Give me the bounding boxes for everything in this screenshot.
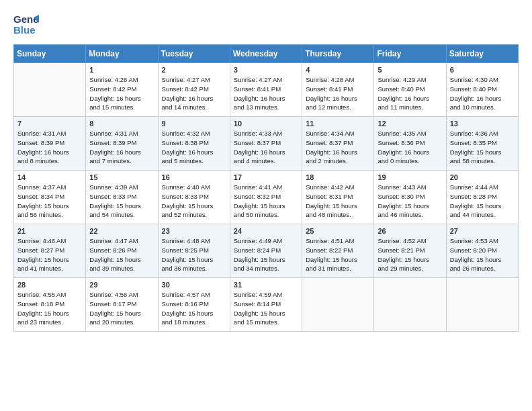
day-cell-24: 24Sunrise: 4:49 AM Sunset: 8:24 PM Dayli… — [230, 224, 302, 278]
day-info: Sunrise: 4:57 AM Sunset: 8:16 PM Dayligh… — [162, 290, 226, 327]
day-info: Sunrise: 4:27 AM Sunset: 8:42 PM Dayligh… — [162, 75, 226, 112]
day-number: 12 — [378, 120, 442, 128]
weekday-header-monday: Monday — [86, 45, 158, 63]
day-cell-11: 11Sunrise: 4:34 AM Sunset: 8:37 PM Dayli… — [302, 117, 374, 171]
calendar-table: SundayMondayTuesdayWednesdayThursdayFrid… — [13, 44, 519, 332]
svg-text:General: General — [13, 13, 39, 25]
day-number: 14 — [17, 173, 82, 181]
empty-cell — [446, 278, 518, 332]
weekday-header-tuesday: Tuesday — [158, 45, 230, 63]
day-cell-29: 29Sunrise: 4:56 AM Sunset: 8:17 PM Dayli… — [86, 278, 158, 332]
day-cell-23: 23Sunrise: 4:48 AM Sunset: 8:25 PM Dayli… — [158, 224, 230, 278]
day-info: Sunrise: 4:27 AM Sunset: 8:41 PM Dayligh… — [234, 75, 298, 112]
day-info: Sunrise: 4:40 AM Sunset: 8:33 PM Dayligh… — [162, 183, 226, 220]
day-number: 22 — [89, 227, 154, 235]
day-cell-26: 26Sunrise: 4:52 AM Sunset: 8:21 PM Dayli… — [374, 224, 446, 278]
day-info: Sunrise: 4:42 AM Sunset: 8:31 PM Dayligh… — [306, 183, 370, 220]
day-number: 20 — [450, 173, 515, 181]
day-info: Sunrise: 4:51 AM Sunset: 8:22 PM Dayligh… — [306, 236, 370, 273]
day-number: 15 — [89, 173, 154, 181]
day-info: Sunrise: 4:28 AM Sunset: 8:41 PM Dayligh… — [306, 75, 370, 112]
day-number: 17 — [234, 173, 298, 181]
day-info: Sunrise: 4:33 AM Sunset: 8:37 PM Dayligh… — [234, 129, 298, 166]
day-number: 9 — [162, 120, 226, 128]
day-info: Sunrise: 4:49 AM Sunset: 8:24 PM Dayligh… — [234, 236, 298, 273]
day-info: Sunrise: 4:56 AM Sunset: 8:17 PM Dayligh… — [89, 290, 154, 327]
logo-icon: General Blue — [13, 11, 39, 36]
empty-cell — [302, 278, 374, 332]
day-info: Sunrise: 4:43 AM Sunset: 8:30 PM Dayligh… — [378, 183, 442, 220]
day-info: Sunrise: 4:35 AM Sunset: 8:36 PM Dayligh… — [378, 129, 442, 166]
week-row-1: 1Sunrise: 4:26 AM Sunset: 8:42 PM Daylig… — [14, 63, 519, 117]
day-info: Sunrise: 4:29 AM Sunset: 8:40 PM Dayligh… — [378, 75, 442, 112]
day-info: Sunrise: 4:53 AM Sunset: 8:20 PM Dayligh… — [450, 236, 515, 273]
day-info: Sunrise: 4:55 AM Sunset: 8:18 PM Dayligh… — [17, 290, 82, 327]
page-header: General Blue — [13, 11, 519, 39]
week-row-2: 7Sunrise: 4:31 AM Sunset: 8:39 PM Daylig… — [14, 117, 519, 171]
day-cell-21: 21Sunrise: 4:46 AM Sunset: 8:27 PM Dayli… — [14, 224, 86, 278]
day-info: Sunrise: 4:37 AM Sunset: 8:34 PM Dayligh… — [17, 183, 82, 220]
day-number: 31 — [234, 281, 298, 289]
weekday-header-thursday: Thursday — [302, 45, 374, 63]
day-number: 28 — [17, 281, 82, 289]
day-number: 8 — [89, 120, 154, 128]
day-number: 3 — [234, 66, 298, 74]
day-info: Sunrise: 4:36 AM Sunset: 8:35 PM Dayligh… — [450, 129, 515, 166]
day-number: 25 — [306, 227, 370, 235]
day-info: Sunrise: 4:32 AM Sunset: 8:38 PM Dayligh… — [162, 129, 226, 166]
day-cell-8: 8Sunrise: 4:31 AM Sunset: 8:39 PM Daylig… — [86, 117, 158, 171]
week-row-4: 21Sunrise: 4:46 AM Sunset: 8:27 PM Dayli… — [14, 224, 519, 278]
day-info: Sunrise: 4:52 AM Sunset: 8:21 PM Dayligh… — [378, 236, 442, 273]
day-cell-31: 31Sunrise: 4:59 AM Sunset: 8:14 PM Dayli… — [230, 278, 302, 332]
day-cell-7: 7Sunrise: 4:31 AM Sunset: 8:39 PM Daylig… — [14, 117, 86, 171]
day-info: Sunrise: 4:31 AM Sunset: 8:39 PM Dayligh… — [17, 129, 82, 166]
day-number: 30 — [162, 281, 226, 289]
day-cell-17: 17Sunrise: 4:41 AM Sunset: 8:32 PM Dayli… — [230, 171, 302, 224]
day-number: 18 — [306, 173, 370, 181]
day-cell-28: 28Sunrise: 4:55 AM Sunset: 8:18 PM Dayli… — [14, 278, 86, 332]
day-number: 13 — [450, 120, 515, 128]
day-cell-6: 6Sunrise: 4:30 AM Sunset: 8:40 PM Daylig… — [446, 63, 518, 117]
day-number: 27 — [450, 227, 515, 235]
day-info: Sunrise: 4:47 AM Sunset: 8:26 PM Dayligh… — [89, 236, 154, 273]
day-cell-30: 30Sunrise: 4:57 AM Sunset: 8:16 PM Dayli… — [158, 278, 230, 332]
day-cell-5: 5Sunrise: 4:29 AM Sunset: 8:40 PM Daylig… — [374, 63, 446, 117]
day-number: 5 — [378, 66, 442, 74]
day-number: 24 — [234, 227, 298, 235]
day-cell-12: 12Sunrise: 4:35 AM Sunset: 8:36 PM Dayli… — [374, 117, 446, 171]
day-cell-4: 4Sunrise: 4:28 AM Sunset: 8:41 PM Daylig… — [302, 63, 374, 117]
day-info: Sunrise: 4:34 AM Sunset: 8:37 PM Dayligh… — [306, 129, 370, 166]
day-number: 7 — [17, 120, 82, 128]
day-info: Sunrise: 4:26 AM Sunset: 8:42 PM Dayligh… — [89, 75, 154, 112]
weekday-header-friday: Friday — [374, 45, 446, 63]
day-info: Sunrise: 4:59 AM Sunset: 8:14 PM Dayligh… — [234, 290, 298, 327]
empty-cell — [14, 63, 86, 117]
day-info: Sunrise: 4:39 AM Sunset: 8:33 PM Dayligh… — [89, 183, 154, 220]
day-cell-27: 27Sunrise: 4:53 AM Sunset: 8:20 PM Dayli… — [446, 224, 518, 278]
day-number: 21 — [17, 227, 82, 235]
day-number: 4 — [306, 66, 370, 74]
day-number: 2 — [162, 66, 226, 74]
weekday-header-wednesday: Wednesday — [230, 45, 302, 63]
day-number: 11 — [306, 120, 370, 128]
day-cell-18: 18Sunrise: 4:42 AM Sunset: 8:31 PM Dayli… — [302, 171, 374, 224]
day-cell-9: 9Sunrise: 4:32 AM Sunset: 8:38 PM Daylig… — [158, 117, 230, 171]
day-cell-15: 15Sunrise: 4:39 AM Sunset: 8:33 PM Dayli… — [86, 171, 158, 224]
weekday-header-saturday: Saturday — [446, 45, 518, 63]
week-row-3: 14Sunrise: 4:37 AM Sunset: 8:34 PM Dayli… — [14, 171, 519, 224]
day-number: 19 — [378, 173, 442, 181]
day-cell-2: 2Sunrise: 4:27 AM Sunset: 8:42 PM Daylig… — [158, 63, 230, 117]
day-info: Sunrise: 4:41 AM Sunset: 8:32 PM Dayligh… — [234, 183, 298, 220]
day-number: 16 — [162, 173, 226, 181]
day-cell-10: 10Sunrise: 4:33 AM Sunset: 8:37 PM Dayli… — [230, 117, 302, 171]
week-row-5: 28Sunrise: 4:55 AM Sunset: 8:18 PM Dayli… — [14, 278, 519, 332]
day-number: 10 — [234, 120, 298, 128]
day-number: 29 — [89, 281, 154, 289]
day-info: Sunrise: 4:46 AM Sunset: 8:27 PM Dayligh… — [17, 236, 82, 273]
day-cell-22: 22Sunrise: 4:47 AM Sunset: 8:26 PM Dayli… — [86, 224, 158, 278]
logo: General Blue — [13, 11, 39, 39]
day-cell-14: 14Sunrise: 4:37 AM Sunset: 8:34 PM Dayli… — [14, 171, 86, 224]
day-cell-19: 19Sunrise: 4:43 AM Sunset: 8:30 PM Dayli… — [374, 171, 446, 224]
day-cell-13: 13Sunrise: 4:36 AM Sunset: 8:35 PM Dayli… — [446, 117, 518, 171]
day-cell-25: 25Sunrise: 4:51 AM Sunset: 8:22 PM Dayli… — [302, 224, 374, 278]
